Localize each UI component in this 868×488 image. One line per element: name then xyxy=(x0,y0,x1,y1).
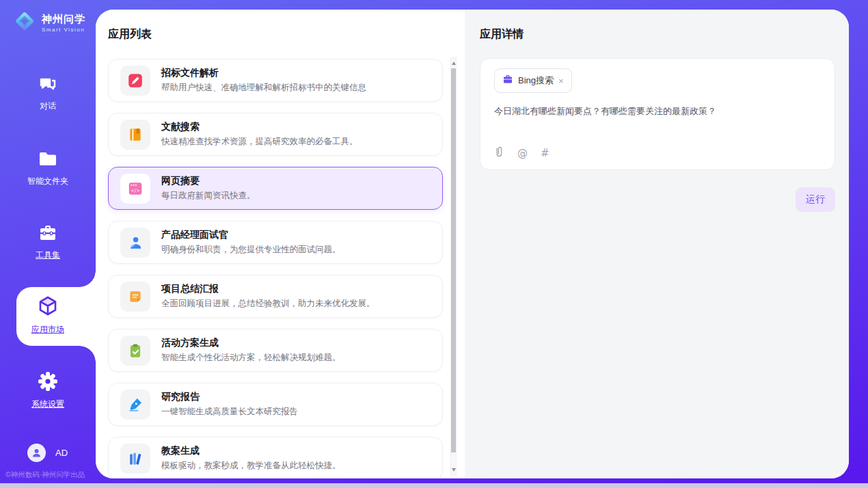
app-name: 招标文件解析 xyxy=(161,67,366,79)
sidebar-item-settings[interactable]: 系统设置 xyxy=(0,370,96,410)
window-bottom-edge xyxy=(0,483,868,488)
app-name: 研究报告 xyxy=(161,391,298,403)
person-avatar-icon xyxy=(27,444,46,462)
sidebar-item-chat[interactable]: 对话 xyxy=(0,74,96,112)
svg-text:</>: </> xyxy=(131,188,139,193)
app-desc: 明确身份和职责，为您提供专业性的面试问题。 xyxy=(161,244,341,256)
attachment-toolbar: @ # xyxy=(494,146,550,160)
brand-logo: 神州问学 Smart Vision xyxy=(12,9,85,36)
gear-icon xyxy=(37,370,59,395)
book-icon xyxy=(120,120,150,150)
sidebar-item-label: 对话 xyxy=(40,100,56,112)
diamond-gem-icon xyxy=(12,9,37,36)
app-desc: 每日政府新闻资讯快查。 xyxy=(161,190,256,202)
chat-icon xyxy=(38,74,58,97)
app-card-web-summary[interactable]: </> 网页摘要 每日政府新闻资讯快查。 xyxy=(108,167,443,210)
tool-tag-bing-search[interactable]: Bing搜索 × xyxy=(494,68,572,93)
sidebar-item-label: 智能文件夹 xyxy=(27,176,68,187)
copyright-text: ©神州数码·神州问学出品 xyxy=(5,470,85,480)
query-text[interactable]: 今日湖北有哪些新闻要点？有哪些需要关注的最新政策？ xyxy=(494,105,821,118)
sidebar-item-app-market[interactable]: 应用市场 xyxy=(0,295,96,336)
sidebar-item-toolbox[interactable]: 工具集 xyxy=(0,223,96,261)
close-icon[interactable]: × xyxy=(558,77,564,85)
folder-icon xyxy=(37,149,59,172)
at-mention-icon[interactable]: @ xyxy=(517,147,528,159)
scroll-up-arrow-icon[interactable] xyxy=(452,62,456,65)
app-desc: 一键智能生成高质量长文本研究报告 xyxy=(161,406,298,418)
app-window: 神州问学 Smart Vision 对话 智能文件夹 xyxy=(0,0,868,488)
brand-subtitle: Smart Vision xyxy=(42,27,85,33)
sidebar-item-label: 工具集 xyxy=(36,249,60,261)
app-card-research-report[interactable]: 研究报告 一键智能生成高质量长文本研究报告 xyxy=(108,383,443,426)
app-name: 活动方案生成 xyxy=(161,337,341,349)
app-desc: 智能生成个性化活动方案，轻松解决规划难题。 xyxy=(161,352,341,364)
edit-document-icon xyxy=(120,66,150,96)
app-name: 文献搜索 xyxy=(161,121,358,133)
app-desc: 帮助用户快速、准确地理解和解析招标书中的关键信息 xyxy=(161,82,366,94)
run-button[interactable]: 运行 xyxy=(796,187,835,212)
app-detail-card: Bing搜索 × 今日湖北有哪些新闻要点？有哪些需要关注的最新政策？ @ # xyxy=(480,58,835,170)
cube-icon xyxy=(36,295,59,321)
user-name: AD xyxy=(55,448,68,458)
hash-icon[interactable]: # xyxy=(541,147,550,159)
brand-name: 神州问学 xyxy=(42,13,85,26)
app-list-panel: 应用列表 招标文件解析 帮助用户快速、准确地理解和解析招标书中的关键信息 xyxy=(96,10,465,478)
app-name: 项目总结汇报 xyxy=(161,283,375,295)
app-desc: 全面回顾项目进展，总结经验教训，助力未来优化发展。 xyxy=(161,298,375,310)
app-card-event-plan[interactable]: 活动方案生成 智能生成个性化活动方案，轻松解决规划难题。 xyxy=(108,329,443,372)
app-desc: 模板驱动，教案秒成，教学准备从此轻松快捷。 xyxy=(161,460,341,472)
app-card-lesson-plan[interactable]: 教案生成 模板驱动，教案秒成，教学准备从此轻松快捷。 xyxy=(108,437,443,478)
app-card-project-summary[interactable]: 项目总结汇报 全面回顾项目进展，总结经验教训，助力未来优化发展。 xyxy=(108,275,443,318)
sidebar: 神州问学 Smart Vision 对话 智能文件夹 xyxy=(0,0,96,488)
scroll-down-arrow-icon[interactable] xyxy=(452,468,456,472)
sidebar-item-smart-folder[interactable]: 智能文件夹 xyxy=(0,149,96,187)
paperclip-icon[interactable] xyxy=(494,146,504,160)
app-detail-title: 应用详情 xyxy=(480,27,835,42)
scrollbar-thumb[interactable] xyxy=(451,68,456,452)
app-card-pm-interviewer[interactable]: 产品经理面试官 明确身份和职责，为您提供专业性的面试问题。 xyxy=(108,221,443,264)
toolbox-icon xyxy=(37,223,59,246)
browser-code-icon: </> xyxy=(120,174,150,204)
app-card-bid-analysis[interactable]: 招标文件解析 帮助用户快速、准确地理解和解析招标书中的关键信息 xyxy=(108,59,443,102)
app-name: 网页摘要 xyxy=(161,175,256,187)
main-panel: 应用列表 招标文件解析 帮助用户快速、准确地理解和解析招标书中的关键信息 xyxy=(96,10,849,478)
app-list-scrollbar[interactable] xyxy=(450,57,457,476)
sticky-note-icon xyxy=(120,282,150,312)
books-icon xyxy=(120,444,150,474)
app-card-literature-search[interactable]: 文献搜索 快速精准查找学术资源，提高研究效率的必备工具。 xyxy=(108,113,443,156)
tool-tag-label: Bing搜索 xyxy=(518,74,554,87)
app-card-list: 招标文件解析 帮助用户快速、准确地理解和解析招标书中的关键信息 文献搜索 xyxy=(108,59,443,478)
app-name: 教案生成 xyxy=(161,445,341,457)
pen-nib-icon xyxy=(120,390,150,420)
sidebar-item-label: 应用市场 xyxy=(31,324,64,336)
app-name: 产品经理面试官 xyxy=(161,229,341,241)
app-desc: 快速精准查找学术资源，提高研究效率的必备工具。 xyxy=(161,136,358,148)
user-account[interactable]: AD xyxy=(27,444,68,462)
briefcase-icon xyxy=(502,74,513,87)
app-detail-panel: 应用详情 Bing搜索 × 今日湖北有哪些新闻要点？有哪些需要关注的最新政策？ xyxy=(465,10,849,478)
clipboard-check-icon xyxy=(120,336,150,366)
sidebar-item-label: 系统设置 xyxy=(31,398,64,410)
app-list-title: 应用列表 xyxy=(108,27,465,42)
interviewer-person-icon xyxy=(120,228,150,258)
